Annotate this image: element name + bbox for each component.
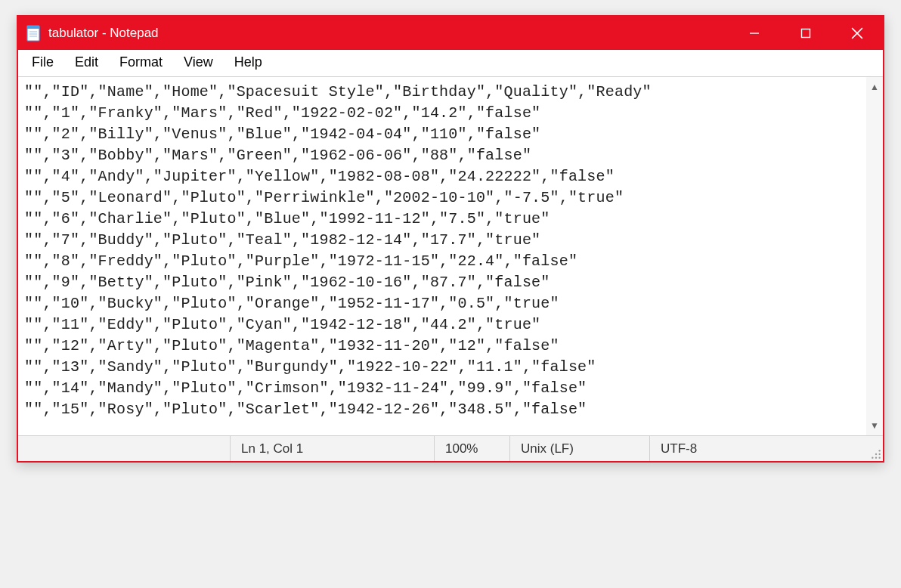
svg-point-9 [879, 450, 881, 451]
status-encoding: UTF-8 [649, 436, 866, 461]
svg-point-13 [875, 457, 877, 459]
status-spacer [18, 436, 230, 461]
window-controls [729, 17, 883, 50]
menu-view[interactable]: View [175, 53, 222, 72]
notepad-window: tabulator - Notepad File Edit Format Vie… [17, 15, 884, 463]
svg-point-12 [872, 457, 873, 459]
window-title: tabulator - Notepad [41, 26, 729, 41]
notepad-icon [26, 24, 41, 42]
scroll-up-icon[interactable]: ▲ [870, 82, 879, 92]
menu-help[interactable]: Help [225, 53, 271, 72]
scroll-down-icon[interactable]: ▼ [870, 420, 879, 431]
menubar: File Edit Format View Help [18, 50, 883, 76]
svg-rect-1 [27, 26, 39, 29]
menu-format[interactable]: Format [110, 53, 172, 72]
menu-edit[interactable]: Edit [66, 53, 107, 72]
titlebar[interactable]: tabulator - Notepad [18, 17, 883, 50]
status-eol: Unix (LF) [509, 436, 649, 461]
svg-point-11 [879, 453, 881, 455]
text-editor[interactable]: "","ID","Name","Home","Spacesuit Style",… [18, 77, 866, 435]
svg-point-10 [875, 453, 877, 455]
maximize-button[interactable] [780, 17, 831, 50]
close-button[interactable] [831, 17, 883, 50]
menu-file[interactable]: File [23, 53, 63, 72]
svg-point-14 [879, 457, 881, 459]
resize-grip-icon[interactable] [866, 436, 883, 461]
editor-wrap: "","ID","Name","Home","Spacesuit Style",… [18, 76, 883, 435]
status-zoom: 100% [434, 436, 509, 461]
minimize-button[interactable] [729, 17, 780, 50]
statusbar: Ln 1, Col 1 100% Unix (LF) UTF-8 [18, 435, 883, 461]
status-position: Ln 1, Col 1 [230, 436, 434, 461]
svg-rect-6 [802, 29, 810, 38]
vertical-scrollbar[interactable]: ▲ ▼ [866, 77, 883, 435]
